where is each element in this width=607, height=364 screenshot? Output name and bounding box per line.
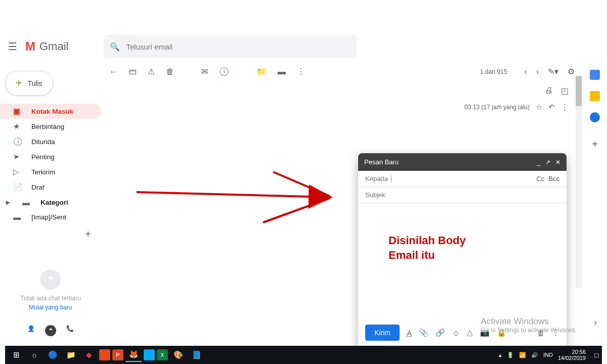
annotation-text: Disinilah Body Email itu [388, 234, 466, 262]
tasks-addon-icon[interactable] [590, 112, 600, 122]
formatting-icon[interactable]: A [407, 329, 412, 337]
gmail-logo[interactable]: M Gmail [25, 39, 68, 54]
drive-icon[interactable]: △ [467, 328, 473, 337]
app-icon-red[interactable]: ◆ [81, 348, 97, 362]
calendar-addon-icon[interactable] [590, 70, 600, 80]
subject-input[interactable] [365, 191, 559, 199]
compose-to-row[interactable]: Kepada Cc Bcc [358, 171, 567, 187]
hangouts-tab-contacts[interactable]: 👤 [27, 325, 35, 336]
chevron-right-icon: ▸ [6, 198, 15, 207]
delete-icon[interactable]: 🗑 [166, 67, 174, 76]
close-icon[interactable]: ✕ [555, 159, 560, 166]
sent-icon: ▷ [13, 167, 22, 176]
sidebar-item-snoozed[interactable]: 🕔 Ditunda [0, 134, 101, 149]
next-icon[interactable]: › [536, 67, 539, 76]
message-more-icon[interactable]: ⋮ [561, 103, 569, 112]
app-icon-4[interactable]: 📘 [188, 348, 204, 362]
hamburger-menu-icon[interactable]: ☰ [8, 40, 17, 53]
sidebar: + Tulis ▣ Kotak Masuk ★ Berbintang 🕔 Dit… [0, 63, 101, 346]
back-icon[interactable]: ← [109, 67, 117, 76]
move-to-icon[interactable]: 📁 [256, 67, 267, 76]
sidebar-add[interactable]: + [0, 224, 101, 244]
sidebar-item-important[interactable]: ➤ Penting [0, 149, 101, 164]
labels-icon[interactable]: ▬ [278, 67, 286, 76]
star-icon: ★ [13, 122, 22, 131]
battery-icon[interactable]: 🔋 [507, 352, 514, 358]
label-icon: ▬ [13, 213, 22, 221]
hangouts-tab-chat[interactable]: ❝ [45, 325, 56, 336]
send-button[interactable]: Kirim [365, 325, 400, 341]
search-icon: 🔍 [110, 42, 120, 52]
keep-addon-icon[interactable] [590, 91, 600, 101]
side-panel: + [583, 63, 607, 346]
expand-icon[interactable]: ↗ [545, 159, 550, 166]
cortana-icon[interactable]: ○ [26, 348, 42, 362]
to-input[interactable] [391, 175, 537, 183]
scrollbar[interactable] [576, 76, 582, 288]
start-button[interactable]: ⊞ [8, 348, 24, 362]
compose-label: Tulis [28, 79, 42, 87]
star-message-icon[interactable]: ☆ [536, 103, 542, 112]
compose-title: Pesan Baru [364, 158, 537, 166]
volume-icon[interactable]: 🔊 [531, 352, 538, 358]
chrome-icon[interactable]: 🔵 [45, 348, 61, 362]
excel-icon[interactable]: X [157, 349, 168, 360]
sidebar-item-starred[interactable]: ★ Berbintang [0, 119, 101, 134]
sidebar-item-drafts[interactable]: 📄 Draf [0, 179, 101, 195]
hide-side-panel-icon[interactable]: › [594, 317, 597, 328]
attach-icon[interactable]: 📎 [419, 328, 428, 337]
notifications-icon[interactable]: ▢ [594, 352, 599, 358]
wifi-icon[interactable]: 📶 [519, 352, 526, 358]
windows-taskbar: ⊞ ○ 🔵 📁 ◆ P 🦊 X 🎨 📘 ▴ 🔋 📶 🔊 IND 20:56 14… [5, 346, 602, 364]
compose-button[interactable]: + Tulis [5, 71, 53, 96]
input-tools-icon[interactable]: ✎▾ [548, 67, 558, 76]
app-header: ☰ M Gmail 🔍 [0, 30, 607, 63]
sidebar-item-label: Berbintang [31, 123, 64, 130]
mark-unread-icon[interactable]: ✉ [201, 67, 208, 76]
link-icon[interactable]: 🔗 [436, 328, 445, 337]
snooze-icon[interactable]: 🕔 [219, 67, 229, 76]
sidebar-item-categories[interactable]: ▸ ▬ Kategori [0, 195, 101, 210]
minimize-icon[interactable]: _ [537, 159, 540, 166]
bcc-button[interactable]: Bcc [548, 175, 559, 183]
tray-up-icon[interactable]: ▴ [499, 352, 502, 358]
sidebar-item-label: Terkirim [31, 168, 55, 176]
compose-subject-row[interactable] [358, 187, 567, 203]
search-bar[interactable]: 🔍 [104, 35, 357, 58]
hangouts-tab-phone[interactable]: 📞 [66, 325, 74, 336]
open-new-window-icon[interactable]: ◰ [561, 86, 569, 96]
taskbar-clock[interactable]: 20:56 14/02/2019 [558, 349, 586, 361]
archive-icon[interactable]: 🗃 [128, 67, 137, 76]
powerpoint-icon[interactable]: P [112, 349, 123, 360]
paint-icon[interactable]: 🎨 [170, 348, 186, 362]
sidebar-item-imap-sent[interactable]: ▬ [Imap]/Sent [0, 210, 101, 224]
prev-icon[interactable]: ‹ [524, 67, 527, 76]
more-icon[interactable]: ⋮ [297, 67, 305, 76]
language-indicator[interactable]: IND [543, 352, 553, 358]
compose-header[interactable]: Pesan Baru _ ↗ ✕ [358, 153, 567, 171]
settings-icon[interactable]: ⚙ [568, 67, 575, 76]
sidebar-item-label: Kotak Masuk [31, 108, 73, 115]
to-label: Kepada [365, 175, 388, 183]
search-input[interactable] [126, 42, 351, 51]
hangouts-new-chat[interactable]: Mulai yang baru [0, 304, 101, 311]
reply-icon[interactable]: ↶ [548, 103, 555, 112]
compose-body[interactable]: Disinilah Body Email itu [358, 203, 567, 320]
message-actions: 🖨 ◰ [101, 81, 583, 101]
scrollbar-thumb[interactable] [576, 76, 582, 106]
label-icon: ▬ [22, 198, 31, 207]
sidebar-item-sent[interactable]: ▷ Terkirim [0, 164, 101, 179]
emoji-icon[interactable]: ☺ [452, 329, 460, 337]
sidebar-item-inbox[interactable]: ▣ Kotak Masuk [0, 104, 101, 119]
get-addons-icon[interactable]: + [592, 139, 598, 150]
file-explorer-icon[interactable]: 📁 [63, 348, 79, 362]
spam-icon[interactable]: ⚠ [148, 67, 155, 76]
print-icon[interactable]: 🖨 [545, 86, 553, 96]
windows-watermark: Activate Windows Go to Settings to activ… [481, 316, 577, 334]
cc-button[interactable]: Cc [536, 175, 544, 183]
app-icon-blue[interactable] [144, 349, 155, 360]
sidebar-item-label: Ditunda [31, 138, 55, 146]
firefox-icon[interactable]: 🦊 [125, 348, 142, 362]
clock-icon: 🕔 [13, 137, 22, 146]
app-icon-orange[interactable] [99, 349, 110, 360]
